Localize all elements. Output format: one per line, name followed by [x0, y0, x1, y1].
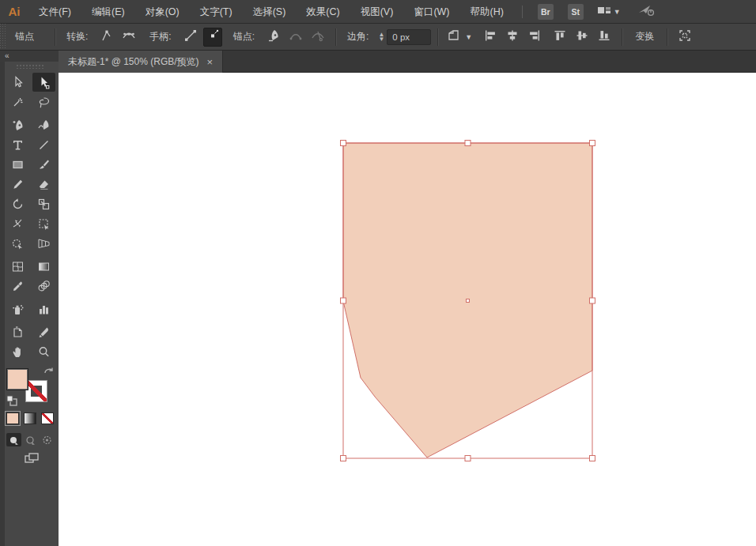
direct-selection-icon — [37, 76, 51, 89]
slice-tool[interactable] — [32, 322, 55, 341]
convert-to-corner-button[interactable] — [97, 28, 116, 47]
perspective-grid-tool[interactable] — [32, 234, 55, 253]
workspace-switcher-button[interactable]: ▼ — [597, 5, 621, 18]
symbol-sprayer-tool[interactable] — [6, 299, 29, 318]
draw-normal-button[interactable] — [6, 433, 21, 446]
control-bar-grip[interactable] — [0, 24, 6, 50]
transform-button[interactable]: 变换 — [629, 28, 660, 46]
fill-swatch[interactable] — [6, 368, 28, 390]
corner-label: 边角: — [347, 30, 369, 43]
document-tab[interactable]: 未标题-1* @ 150% (RGB/预览) × — [59, 51, 223, 73]
width-tool[interactable] — [6, 214, 29, 233]
show-handles-button[interactable] — [181, 28, 200, 47]
corner-stepper[interactable]: ▲ ▼ — [378, 32, 384, 42]
align-h-center-icon — [506, 29, 519, 44]
hand-tool[interactable] — [6, 342, 29, 361]
connect-path-button[interactable] — [286, 28, 305, 47]
curvature-tool[interactable] — [32, 115, 55, 134]
screen-mode-button[interactable] — [24, 452, 40, 468]
menu-type[interactable]: 文字(T) — [190, 0, 243, 24]
default-fill-stroke-icon[interactable] — [6, 395, 17, 409]
paintbrush-tool[interactable] — [32, 155, 55, 174]
cut-path-icon — [311, 28, 325, 45]
line-segment-tool[interactable] — [32, 135, 55, 154]
zoom-tool[interactable] — [32, 342, 55, 361]
none-button[interactable] — [41, 412, 54, 424]
align-bottom-button[interactable] — [595, 28, 614, 47]
remove-anchor-button[interactable] — [264, 28, 283, 47]
stroke-swatch[interactable] — [25, 380, 47, 402]
draw-behind-button[interactable] — [23, 433, 38, 446]
rotate-tool[interactable] — [6, 194, 29, 213]
menu-window[interactable]: 窗口(W) — [403, 0, 459, 24]
free-transform-tool[interactable] — [32, 214, 55, 233]
divider — [335, 28, 336, 46]
collapse-dock-button[interactable]: « — [0, 51, 59, 62]
pencil-tool[interactable] — [6, 175, 29, 194]
align-right-button[interactable] — [525, 28, 544, 47]
menu-view[interactable]: 视图(V) — [350, 0, 404, 24]
mesh-tool[interactable] — [6, 257, 29, 276]
draw-inside-button[interactable] — [40, 433, 55, 446]
menu-edit[interactable]: 编辑(E) — [81, 0, 135, 24]
isolate-selection-button[interactable] — [675, 28, 694, 47]
gpu-performance-icon — [638, 4, 656, 19]
eraser-tool[interactable] — [32, 175, 55, 194]
gradient-icon — [37, 260, 51, 273]
direct-selection-tool[interactable] — [32, 73, 55, 92]
eyedropper-tool[interactable] — [6, 277, 29, 296]
divider — [667, 28, 667, 46]
menu-select[interactable]: 选择(S) — [243, 0, 297, 24]
menu-object[interactable]: 对象(O) — [135, 0, 190, 24]
shape-builder-tool[interactable] — [6, 234, 29, 253]
cut-path-button[interactable] — [308, 28, 327, 47]
bridge-button[interactable]: Br — [538, 4, 554, 20]
document-canvas[interactable] — [59, 73, 756, 546]
menu-help[interactable]: 帮助(H) — [460, 0, 514, 24]
type-tool[interactable] — [6, 135, 29, 154]
selection-tool[interactable] — [6, 73, 29, 92]
dock-grip[interactable] — [16, 64, 44, 69]
artboard-icon — [11, 326, 25, 339]
none-slash-icon — [26, 381, 47, 401]
swap-fill-stroke-icon[interactable] — [43, 365, 54, 379]
isolate-selection-icon — [678, 28, 692, 45]
zoom-icon — [37, 345, 51, 359]
convert-to-smooth-button[interactable] — [119, 28, 138, 47]
pen-tool[interactable] — [6, 115, 29, 134]
align-left-button[interactable] — [481, 28, 500, 47]
align-top-button[interactable] — [550, 28, 569, 47]
align-top-icon — [554, 29, 566, 44]
blend-tool[interactable] — [32, 277, 55, 296]
drawing-mode-buttons — [6, 433, 55, 446]
stock-button[interactable]: St — [568, 4, 584, 20]
align-left-icon — [484, 29, 497, 44]
close-icon[interactable]: × — [207, 57, 214, 67]
corner-radius-input[interactable] — [387, 29, 431, 45]
chevron-down-icon: ▼ — [614, 8, 621, 16]
connect-path-icon — [289, 28, 303, 45]
stepper-down-icon[interactable]: ▼ — [378, 37, 384, 42]
artboard-tool[interactable] — [6, 322, 29, 341]
control-bar: 锚点 转换: 手柄: — [0, 24, 756, 51]
collapse-icon: « — [5, 51, 9, 60]
perspective-grid-icon — [37, 237, 51, 250]
column-graph-tool[interactable] — [32, 299, 55, 318]
gpu-performance-button[interactable] — [638, 4, 656, 19]
rectangle-tool[interactable] — [6, 155, 29, 174]
align-h-center-button[interactable] — [503, 28, 522, 47]
convert-to-smooth-icon — [122, 28, 136, 45]
scale-tool[interactable] — [32, 194, 55, 213]
align-v-center-button[interactable] — [573, 28, 592, 47]
hide-handles-button[interactable] — [203, 28, 222, 47]
shape-builder-icon — [11, 237, 25, 250]
gradient-button[interactable] — [24, 412, 36, 424]
gradient-tool[interactable] — [32, 257, 55, 276]
magic-wand-tool[interactable] — [6, 92, 29, 111]
lasso-tool[interactable] — [32, 92, 55, 111]
menu-file[interactable]: 文件(F) — [28, 0, 81, 24]
pencil-icon — [11, 178, 25, 191]
artboard-options-button[interactable]: ▼ — [446, 28, 473, 47]
menu-effect[interactable]: 效果(C) — [296, 0, 350, 24]
color-button[interactable] — [6, 412, 19, 424]
